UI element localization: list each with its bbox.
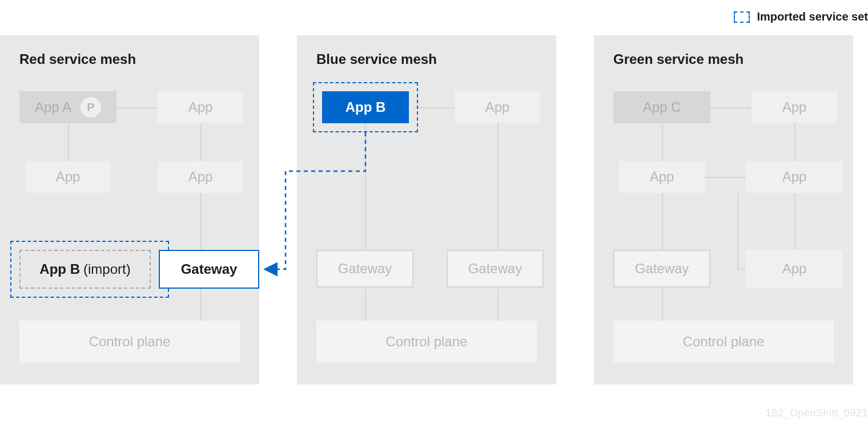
node-control-plane: Control plane	[613, 321, 834, 363]
node-app-b: App B	[322, 91, 409, 123]
connector	[662, 289, 663, 321]
connector	[116, 107, 158, 108]
node-app: App	[619, 161, 705, 193]
connector	[200, 123, 202, 161]
node-app: App	[158, 91, 243, 123]
node-app: App	[158, 161, 243, 193]
node-gateway: Gateway	[613, 250, 710, 288]
connector	[794, 193, 795, 250]
panel-green-title: Green service mesh	[613, 51, 744, 67]
connector	[365, 123, 366, 254]
connector	[794, 123, 795, 161]
panel-green: Green service mesh App C App App App Gat…	[594, 35, 853, 384]
legend: Imported service set	[734, 10, 868, 23]
diagram-stage: Imported service set Red service mesh Ap…	[0, 0, 868, 425]
node-app-a: App A P	[19, 91, 116, 123]
connector	[662, 193, 663, 250]
panel-blue: Blue service mesh App B App Gateway Gate…	[297, 35, 556, 384]
connector	[497, 123, 499, 254]
node-app-c: App C	[613, 91, 710, 123]
panel-red: Red service mesh App A P App App App Con…	[0, 35, 259, 384]
node-app-b-import-name: App B	[39, 261, 80, 277]
watermark: 182_OpenShift_0921	[766, 407, 868, 419]
panel-red-title: Red service mesh	[19, 51, 136, 67]
node-app: App	[752, 91, 837, 123]
connector	[68, 123, 69, 161]
connector	[705, 177, 746, 178]
connector	[497, 289, 499, 321]
node-app: App	[746, 250, 843, 288]
connector	[737, 269, 746, 270]
connector	[662, 123, 663, 161]
node-gateway: Gateway	[316, 250, 413, 288]
node-app: App	[25, 161, 111, 193]
panel-blue-title: Blue service mesh	[316, 51, 437, 67]
node-app: App	[455, 91, 540, 123]
legend-swatch	[734, 11, 750, 23]
connector	[710, 107, 752, 108]
node-gateway-red: Gateway	[159, 250, 259, 289]
node-app-a-label: App A	[35, 99, 71, 115]
node-app-b-import: App B (import)	[19, 250, 151, 289]
connector	[737, 193, 738, 270]
connector	[413, 107, 455, 108]
connector	[200, 193, 202, 254]
node-control-plane: Control plane	[316, 321, 537, 363]
connector	[365, 289, 366, 321]
node-app-b-import-suffix: (import)	[83, 261, 131, 277]
node-gateway: Gateway	[447, 250, 544, 288]
node-app: App	[746, 161, 843, 193]
node-control-plane: Control plane	[19, 321, 240, 363]
badge-p: P	[81, 97, 101, 118]
legend-label: Imported service set	[757, 10, 868, 23]
